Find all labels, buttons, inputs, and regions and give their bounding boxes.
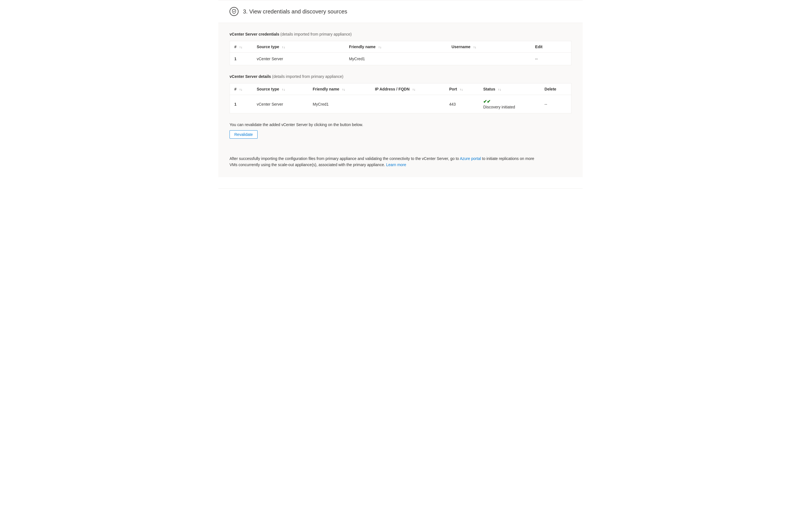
sort-icon-num-creds[interactable]: ↑↓ bbox=[239, 45, 242, 49]
details-table-row: 1 vCenter Server MyCred1 443 ✔✔ Discover… bbox=[230, 95, 571, 113]
page-container: 3. View credentials and discovery source… bbox=[218, 0, 583, 189]
details-row-num: 1 bbox=[230, 95, 252, 113]
details-table-wrapper: # ↑↓ Source type ↑↓ Friendly name ↑↓ bbox=[229, 83, 572, 113]
details-row-friendly-name: MyCred1 bbox=[308, 95, 371, 113]
sort-icon-status-details[interactable]: ↑↓ bbox=[498, 88, 501, 91]
credentials-row-source-type: vCenter Server bbox=[252, 53, 344, 65]
sort-icon-source-creds[interactable]: ↑↓ bbox=[282, 45, 285, 49]
details-row-port: 443 bbox=[445, 95, 479, 113]
details-col-num[interactable]: # ↑↓ bbox=[230, 83, 252, 95]
sort-icon-source-details[interactable]: ↑↓ bbox=[282, 88, 285, 91]
details-col-ip[interactable]: IP Address / FQDN ↑↓ bbox=[371, 83, 445, 95]
details-label-note: (details imported from primary appliance… bbox=[272, 74, 343, 79]
credentials-table-header-row: # ↑↓ Source type ↑↓ Friendly name ↑↓ bbox=[230, 41, 571, 53]
details-table-header-row: # ↑↓ Source type ↑↓ Friendly name ↑↓ bbox=[230, 83, 571, 95]
revalidate-section: You can revalidate the added vCenter Ser… bbox=[229, 122, 572, 147]
credentials-row-edit: -- bbox=[530, 53, 571, 65]
bottom-divider bbox=[218, 188, 583, 189]
credentials-label-note: (details imported from primary appliance… bbox=[280, 32, 351, 36]
footer-text-before-link1: After successfully importing the configu… bbox=[229, 156, 460, 161]
credentials-table-row: 1 vCenter Server MyCred1 -- bbox=[230, 53, 571, 65]
credentials-col-edit: Edit bbox=[530, 41, 571, 53]
sort-icon-port-details[interactable]: ↑↓ bbox=[460, 88, 463, 91]
details-section: vCenter Server details (details imported… bbox=[229, 74, 572, 113]
details-row-ip bbox=[371, 95, 445, 113]
page-title: 3. View credentials and discovery source… bbox=[243, 8, 347, 15]
details-col-friendly-name[interactable]: Friendly name ↑↓ bbox=[308, 83, 371, 95]
credentials-section-label: vCenter Server credentials (details impo… bbox=[229, 32, 572, 36]
content-area: vCenter Server credentials (details impo… bbox=[218, 23, 583, 177]
details-label-bold: vCenter Server details bbox=[229, 74, 271, 79]
details-table: # ↑↓ Source type ↑↓ Friendly name ↑↓ bbox=[230, 83, 571, 113]
details-col-source-type[interactable]: Source type ↑↓ bbox=[252, 83, 308, 95]
credentials-table: # ↑↓ Source type ↑↓ Friendly name ↑↓ bbox=[230, 41, 571, 65]
credentials-table-wrapper: # ↑↓ Source type ↑↓ Friendly name ↑↓ bbox=[229, 41, 572, 65]
credentials-section: vCenter Server credentials (details impo… bbox=[229, 32, 572, 65]
learn-more-link[interactable]: Learn more bbox=[386, 163, 406, 167]
details-row-status: ✔✔ Discovery initiated bbox=[479, 95, 540, 113]
sort-icon-ip-details[interactable]: ↑↓ bbox=[412, 88, 415, 91]
sort-icon-friendly-creds[interactable]: ↑↓ bbox=[378, 45, 381, 49]
credentials-col-source-type[interactable]: Source type ↑↓ bbox=[252, 41, 344, 53]
details-section-label: vCenter Server details (details imported… bbox=[229, 74, 572, 79]
details-col-status[interactable]: Status ↑↓ bbox=[479, 83, 540, 95]
page-header: 3. View credentials and discovery source… bbox=[218, 0, 583, 23]
details-col-port[interactable]: Port ↑↓ bbox=[445, 83, 479, 95]
details-col-delete: Delete bbox=[540, 83, 571, 95]
discovery-check-icon: ✔✔ bbox=[483, 99, 536, 104]
credentials-row-friendly-name: MyCred1 bbox=[344, 53, 447, 65]
credentials-col-username[interactable]: Username ↑↓ bbox=[447, 41, 530, 53]
sort-icon-num-details[interactable]: ↑↓ bbox=[239, 88, 242, 91]
azure-portal-link[interactable]: Azure portal bbox=[460, 156, 481, 161]
credentials-row-num: 1 bbox=[230, 53, 252, 65]
revalidate-info-text: You can revalidate the added vCenter Ser… bbox=[229, 122, 572, 127]
credentials-row-username bbox=[447, 53, 530, 65]
credentials-col-friendly-name[interactable]: Friendly name ↑↓ bbox=[344, 41, 447, 53]
status-cell: ✔✔ Discovery initiated bbox=[483, 99, 536, 109]
shield-icon bbox=[229, 7, 239, 16]
details-row-source-type: vCenter Server bbox=[252, 95, 308, 113]
credentials-col-num[interactable]: # ↑↓ bbox=[230, 41, 252, 53]
status-text: Discovery initiated bbox=[483, 105, 536, 109]
footer-text: After successfully importing the configu… bbox=[229, 155, 538, 168]
revalidate-button[interactable]: Revalidate bbox=[229, 130, 258, 139]
sort-icon-friendly-details[interactable]: ↑↓ bbox=[342, 88, 345, 91]
details-row-delete: -- bbox=[540, 95, 571, 113]
sort-icon-username-creds[interactable]: ↑↓ bbox=[473, 45, 477, 49]
credentials-label-bold: vCenter Server credentials bbox=[229, 32, 279, 36]
